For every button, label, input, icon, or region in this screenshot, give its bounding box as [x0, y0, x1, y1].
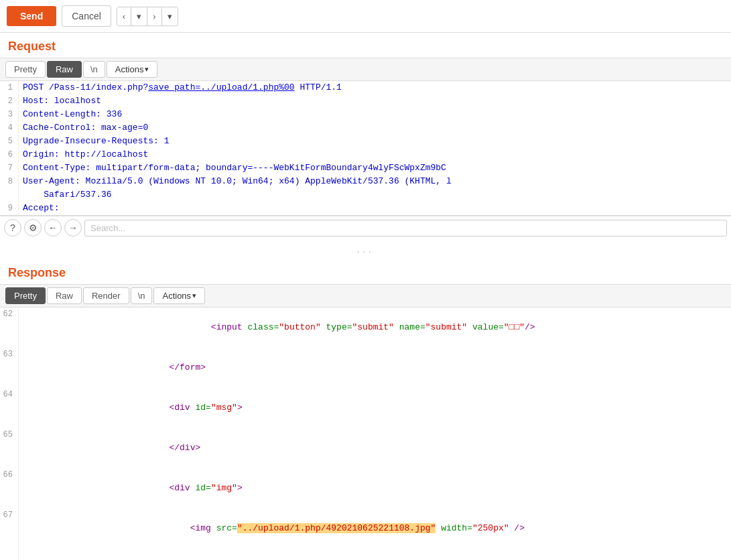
tab-request-newline[interactable]: \n — [83, 61, 105, 78]
actions-chevron-icon: ▾ — [145, 65, 149, 74]
response-tab-bar: Pretty Raw Render \n Actions ▾ — [0, 284, 731, 307]
line-content: <input class="button" type="submit" name… — [23, 307, 731, 348]
line-content: </div> — [23, 428, 731, 468]
response-code-area: 62 <input class="button" type="submit" n… — [0, 307, 731, 560]
response-line-65: 65 </div> — [0, 428, 731, 468]
request-code-area: 1 POST /Pass-11/index.php?save_path=../u… — [0, 81, 731, 216]
response-section: Response Pretty Raw Render \n Actions ▾ … — [0, 259, 731, 560]
line-content: </div> — [23, 549, 731, 560]
line-content: </form> — [23, 348, 731, 388]
request-line-4: 4 Cache-Control: max-age=0 — [0, 121, 731, 135]
tab-request-raw[interactable]: Raw — [47, 61, 82, 78]
request-section: Request Pretty Raw \n Actions ▾ 1 POST /… — [0, 33, 731, 239]
tab-response-pretty[interactable]: Pretty — [5, 287, 46, 304]
tab-response-actions[interactable]: Actions ▾ — [153, 287, 205, 304]
tab-response-newline[interactable]: \n — [131, 287, 153, 304]
line-content: POST /Pass-11/index.php?save_path=../upl… — [23, 81, 731, 94]
request-line-2: 2 Host: localhost — [0, 94, 731, 108]
request-line-3: 3 Content-Length: 336 — [0, 108, 731, 121]
request-line-6: 6 Origin: http://localhost — [0, 148, 731, 161]
line-number: 62 — [0, 307, 19, 348]
line-number: 4 — [0, 121, 19, 135]
line-number: 63 — [0, 348, 19, 388]
line-content: Safari/537.36 — [23, 188, 731, 202]
tab-response-render[interactable]: Render — [83, 287, 129, 304]
request-line-5: 5 Upgrade-Insecure-Requests: 1 — [0, 135, 731, 148]
nav-back-button[interactable]: ‹ — [117, 7, 131, 25]
line-number: 3 — [0, 108, 19, 121]
line-content: <img src="../upload/1.php/49202106252211… — [23, 508, 731, 549]
line-number: 5 — [0, 135, 19, 148]
tab-request-pretty[interactable]: Pretty — [5, 61, 46, 78]
response-line-67: 67 <img src="../upload/1.php/49202106252… — [0, 508, 731, 549]
line-number: 8 — [0, 175, 19, 188]
request-search-back-button[interactable]: ← — [44, 219, 62, 236]
actions-label: Actions — [115, 64, 144, 74]
request-line-9: 9 Accept: — [0, 202, 731, 215]
response-line-67b: </div> — [0, 549, 731, 560]
line-number: 64 — [0, 388, 19, 428]
line-number: 6 — [0, 148, 19, 161]
line-number — [0, 549, 19, 560]
line-content: Host: localhost — [23, 94, 731, 108]
tab-response-raw[interactable]: Raw — [47, 287, 82, 304]
cancel-button[interactable]: Cancel — [62, 5, 111, 27]
line-number: 7 — [0, 161, 19, 175]
request-search-fwd-button[interactable]: → — [64, 219, 82, 236]
line-content: User-Agent: Mozilla/5.0 (Windows NT 10.0… — [23, 175, 731, 188]
request-settings-button[interactable]: ⚙ — [24, 219, 42, 236]
line-number: 1 — [0, 81, 19, 94]
line-content: Upgrade-Insecure-Requests: 1 — [23, 135, 731, 148]
tab-request-actions[interactable]: Actions ▾ — [107, 61, 158, 78]
line-content: <div id="img"> — [23, 468, 731, 508]
line-content: Content-Length: 336 — [23, 108, 731, 121]
line-number: 67 — [0, 508, 19, 549]
line-number — [0, 188, 19, 202]
response-line-66: 66 <div id="img"> — [0, 468, 731, 508]
line-content: <div id="msg"> — [23, 388, 731, 428]
response-line-63: 63 </form> — [0, 348, 731, 388]
line-content: Content-Type: multipart/form-data; bound… — [23, 161, 731, 175]
line-number: 9 — [0, 202, 19, 215]
line-number: 2 — [0, 94, 19, 108]
request-label: Request — [0, 33, 731, 58]
line-content: Origin: http://localhost — [23, 148, 731, 161]
request-help-button[interactable]: ? — [4, 219, 21, 236]
nav-group: ‹ ▾ › ▾ — [117, 7, 178, 26]
response-label: Response — [0, 259, 731, 284]
response-line-64: 64 <div id="msg"> — [0, 388, 731, 428]
request-search-bar: ? ⚙ ← → — [0, 216, 731, 239]
nav-fwd-button[interactable]: › — [147, 7, 161, 25]
request-line-1: 1 POST /Pass-11/index.php?save_path=../u… — [0, 81, 731, 94]
response-line-62: 62 <input class="button" type="submit" n… — [0, 307, 731, 348]
request-search-input[interactable] — [84, 220, 727, 236]
line-number: 65 — [0, 428, 19, 468]
divider: ... — [0, 239, 731, 259]
nav-back-dropdown[interactable]: ▾ — [131, 7, 147, 25]
top-toolbar: Send Cancel ‹ ▾ › ▾ — [0, 0, 731, 33]
send-button[interactable]: Send — [7, 6, 56, 26]
request-tab-bar: Pretty Raw \n Actions ▾ — [0, 58, 731, 81]
response-actions-chevron-icon: ▾ — [192, 291, 196, 300]
nav-fwd-dropdown[interactable]: ▾ — [162, 7, 178, 25]
line-content: Cache-Control: max-age=0 — [23, 121, 731, 135]
request-line-8: 8 User-Agent: Mozilla/5.0 (Windows NT 10… — [0, 175, 731, 188]
response-actions-label: Actions — [162, 291, 191, 301]
line-number: 66 — [0, 468, 19, 508]
request-line-7: 7 Content-Type: multipart/form-data; bou… — [0, 161, 731, 175]
line-content: Accept: — [23, 202, 731, 215]
request-line-8b: Safari/537.36 — [0, 188, 731, 202]
